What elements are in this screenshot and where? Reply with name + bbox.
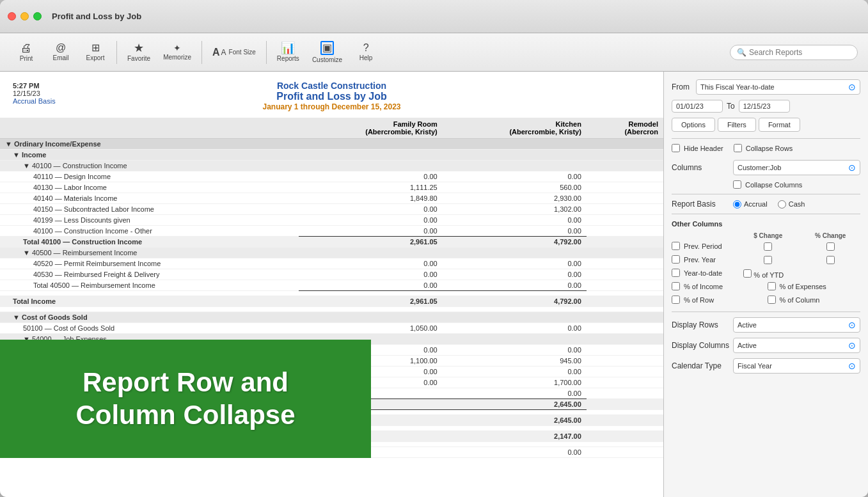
prev-year-pct-checkbox[interactable] [826, 256, 835, 264]
collapse-columns-row: Collapse Columns [733, 180, 860, 189]
prev-period-checkbox[interactable] [672, 242, 680, 250]
row-val2: 2,930.00 [443, 193, 587, 204]
calendar-type-value: Fiscal Year [738, 362, 772, 370]
favorite-icon: ★ [134, 42, 144, 54]
table-row: ▼ 40500 — Reimbursement Income [0, 248, 663, 258]
font-size-button[interactable]: A A Font Size [207, 44, 261, 61]
table-row: ▼ Cost of Goods Sold [0, 312, 663, 323]
row-val3 [587, 388, 663, 399]
pct-row-label: % of Row [684, 296, 714, 304]
accrual-radio[interactable] [733, 200, 741, 209]
table-row: 40110 — Design Income 0.00 0.00 [0, 171, 663, 182]
row-val2: 0.00 [443, 388, 587, 399]
report-basis: Accrual Basis [13, 97, 56, 105]
hide-header-checkbox[interactable] [672, 144, 680, 152]
maximize-button[interactable] [33, 12, 42, 20]
calendar-type-arrow: ⊙ [848, 361, 856, 371]
pct-ytd-checkbox[interactable] [743, 269, 752, 278]
table-row: 40130 — Labor Income 1,111.25 560.00 [0, 182, 663, 193]
minimize-button[interactable] [20, 12, 29, 20]
pct-change-header: % Change [801, 232, 861, 239]
collapse-icon[interactable]: ▼ [23, 162, 32, 170]
display-columns-arrow: ⊙ [848, 340, 856, 351]
row-label: Total 40500 — Reimbursement Income [0, 280, 299, 291]
row-val3 [587, 269, 663, 280]
col-h3-line2: (Abercron [592, 128, 658, 136]
collapse-icon[interactable]: ▼ [5, 140, 14, 148]
tab-options[interactable]: Options [672, 118, 715, 132]
collapse-rows-checkbox[interactable] [734, 144, 742, 152]
row-label: Total 40100 — Construction Income [0, 237, 299, 248]
pct-income-checkbox[interactable] [672, 282, 680, 290]
search-box[interactable]: 🔍 [730, 45, 858, 60]
pct-expenses-checkbox[interactable] [768, 282, 776, 290]
pct-income-expenses-row: % of Income % of Expenses [672, 282, 860, 293]
table-row: 40140 — Materials Income 1,849.80 2,930.… [0, 193, 663, 204]
prev-year-dollar-checkbox[interactable] [764, 256, 772, 264]
row-val2: 0.00 [443, 171, 587, 182]
table-row [0, 307, 663, 312]
ytd-checkbox[interactable] [672, 269, 680, 277]
row-label: Total Income [0, 296, 299, 307]
toolbar: 🖨 Print @ Email ⊞ Export ★ Favorite ✦ Me… [0, 33, 868, 72]
tab-format[interactable]: Format [759, 118, 800, 132]
close-button[interactable] [8, 12, 16, 20]
favorite-button[interactable]: ★ Favorite [122, 40, 155, 65]
columns-dropdown[interactable]: Customer:Job ⊙ [733, 160, 860, 175]
search-input[interactable] [749, 48, 851, 57]
columns-dropdown-arrow: ⊙ [848, 162, 856, 173]
row-val2: 2,147.00 [443, 431, 587, 442]
print-button[interactable]: 🖨 Print [10, 40, 42, 65]
date-from-input[interactable] [672, 100, 723, 113]
col-h2-line2: (Abercrombie, Kristy) [448, 128, 581, 136]
collapse-icon3[interactable]: ▼ [13, 313, 22, 321]
table-row: 40100 — Construction Income - Other 0.00… [0, 226, 663, 237]
display-rows-dropdown[interactable]: Active ⊙ [733, 317, 860, 333]
email-button[interactable]: @ Email [45, 40, 77, 64]
row-val3 [587, 431, 663, 442]
reports-icon: 📊 [281, 42, 295, 54]
calendar-type-dropdown[interactable]: Fiscal Year ⊙ [733, 358, 860, 374]
email-icon: @ [56, 43, 66, 53]
collapse-columns-checkbox[interactable] [733, 180, 741, 189]
row-label: 40530 — Reimbursed Freight & Delivery [0, 269, 299, 280]
report-header: Rock Castle Construction Profit and Loss… [0, 72, 663, 118]
row-val3 [587, 193, 663, 204]
row-val2: 0.00 [443, 280, 587, 291]
columns-value: Customer:Job [738, 164, 781, 171]
row-label: 40520 — Permit Reimbursement Income [0, 258, 299, 269]
col-header-kitchen: Kitchen (Abercrombie, Kristy) [443, 118, 587, 139]
date-to-input[interactable] [739, 100, 790, 113]
reports-button[interactable]: 📊 Reports [272, 40, 304, 65]
hide-header-row: Hide Header [672, 144, 723, 152]
pct-column-checkbox[interactable] [768, 296, 776, 304]
cash-radio[interactable] [778, 200, 786, 209]
collapse-columns-label: Collapse Columns [745, 181, 802, 189]
row-val2: 0.00 [443, 226, 587, 237]
row-val2: 0.00 [443, 269, 587, 280]
customize-button[interactable]: ▣ Customize [307, 38, 347, 66]
font-small-icon: A [221, 48, 226, 57]
col-header-label [0, 118, 299, 139]
report-basis-radios: Accrual Cash [733, 200, 805, 209]
memorize-button[interactable]: ✦ Memorize [158, 41, 196, 63]
memorize-label: Memorize [163, 54, 191, 61]
row-label: 40100 — Construction Income - Other [0, 226, 299, 237]
divider-2 [672, 194, 860, 194]
pct-column-label: % of Column [780, 296, 820, 304]
display-columns-dropdown[interactable]: Active ⊙ [733, 338, 860, 353]
prev-period-pct-checkbox[interactable] [826, 242, 835, 251]
row-val2: 2,645.00 [443, 399, 587, 410]
prev-period-dollar-checkbox[interactable] [764, 242, 772, 251]
fiscal-ytd-dropdown[interactable]: This Fiscal Year-to-date ⊙ [696, 79, 860, 95]
row-label: 50100 — Cost of Goods Sold [0, 323, 299, 334]
row-val1: 2,961.05 [299, 296, 443, 307]
help-button[interactable]: ? Help [350, 40, 382, 64]
prev-year-checkbox[interactable] [672, 255, 680, 264]
collapse-icon2[interactable]: ▼ [23, 249, 32, 256]
help-icon: ? [363, 43, 369, 53]
export-button[interactable]: ⊞ Export [79, 40, 111, 64]
collapse-icon[interactable]: ▼ [13, 151, 22, 159]
pct-row-checkbox[interactable] [672, 296, 680, 304]
tab-filters[interactable]: Filters [718, 118, 756, 132]
